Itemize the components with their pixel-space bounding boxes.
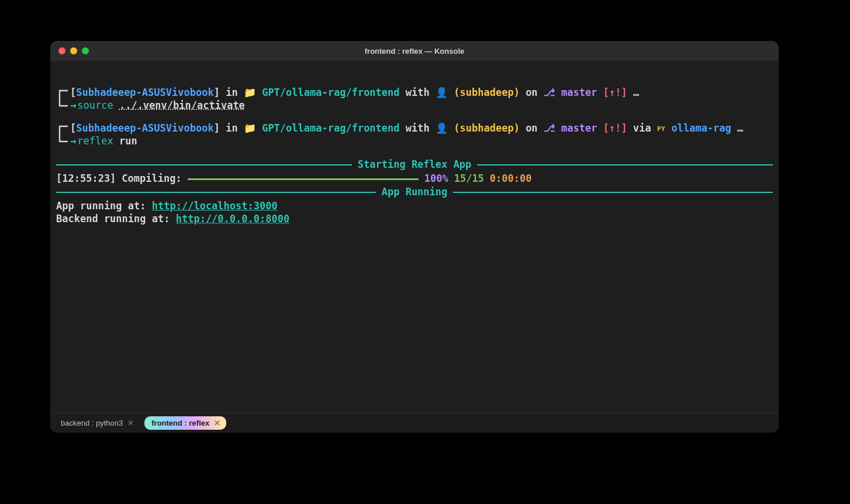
prompt-arrow-icon: → (70, 99, 76, 111)
command-arg: run (119, 135, 137, 147)
command: source (77, 99, 113, 111)
app-url-link[interactable]: http://localhost:3000 (152, 200, 278, 212)
tab-bar: backend : python3 ✕ frontend : reflex ✕ (50, 413, 779, 433)
progress-percent: 100% (424, 172, 448, 185)
hostname: Subhadeeep-ASUSVivobook (76, 122, 213, 134)
titlebar: frontend : reflex — Konsole (50, 41, 779, 61)
prompt-block: [Subhadeeep-ASUSVivobook] in 📁 GPT/ollam… (56, 87, 773, 112)
prompt-block: [Subhadeeep-ASUSVivobook] in 📁 GPT/ollam… (56, 122, 773, 148)
tab-backend[interactable]: backend : python3 ✕ (54, 416, 140, 430)
compile-label: Compiling: (122, 172, 181, 185)
app-url-line: App running at: http://localhost:3000 (56, 200, 773, 213)
branch-icon: ⎇ (544, 122, 555, 134)
python-icon: PY (657, 125, 665, 133)
cwd-path: GPT/ollama-rag/frontend (262, 122, 399, 134)
backend-url-line: Backend running at: http://0.0.0.0:8000 (56, 213, 773, 226)
compile-line: [12:55:23] Compiling:100%15/150:00:00 (56, 172, 773, 185)
hostname: Subhadeeep-ASUSVivobook (76, 87, 213, 98)
terminal-window: frontend : reflex — Konsole [Subhadeeep-… (50, 41, 779, 433)
progress-bar (188, 178, 419, 180)
git-branch: master (561, 87, 597, 98)
tab-label: frontend : reflex (151, 419, 209, 427)
username: subhadeep (460, 122, 514, 134)
section-title: App Running (382, 186, 448, 199)
command: reflex (77, 135, 113, 147)
user-icon: 👤 (436, 122, 448, 134)
prompt-arrow-icon: → (70, 135, 76, 147)
tab-frontend[interactable]: frontend : reflex ✕ (144, 416, 226, 430)
section-title: Starting Reflex App (358, 158, 471, 171)
section-rule: App Running (56, 186, 773, 199)
git-state: [↑!] (603, 122, 627, 134)
progress-elapsed: 0:00:00 (490, 172, 532, 185)
branch-icon: ⎇ (544, 87, 555, 98)
backend-url-link[interactable]: http://0.0.0.0:8000 (176, 213, 289, 225)
tab-label: backend : python3 (61, 419, 123, 427)
cwd-path: GPT/ollama-rag/frontend (262, 87, 399, 98)
prompt-corner-icon (56, 122, 70, 148)
progress-count: 15/15 (454, 172, 484, 185)
command-arg: ../.venv/bin/activate (119, 99, 245, 111)
user-icon: 👤 (436, 87, 448, 98)
terminal-output[interactable]: [Subhadeeep-ASUSVivobook] in 📁 GPT/ollam… (50, 61, 779, 413)
folder-icon: 📁 (244, 122, 256, 134)
timestamp: [12:55:23] (56, 172, 116, 185)
close-icon[interactable]: ✕ (214, 419, 220, 427)
close-icon[interactable]: ✕ (127, 419, 134, 427)
prompt-corner-icon (56, 87, 70, 112)
username: subhadeep (460, 87, 514, 98)
folder-icon: 📁 (244, 87, 256, 98)
section-rule: Starting Reflex App (56, 158, 773, 171)
venv-name: ollama-rag (671, 122, 731, 134)
git-branch: master (561, 122, 597, 134)
window-title: frontend : reflex — Konsole (50, 47, 779, 56)
git-state: [↑!] (603, 87, 627, 98)
